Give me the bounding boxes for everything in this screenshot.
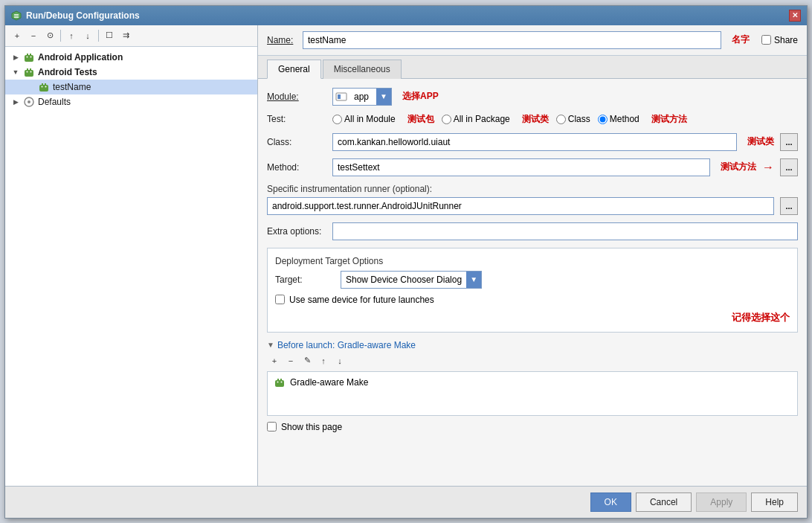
before-launch-item[interactable]: Gradle-aware Make — [271, 375, 794, 390]
method-input[interactable] — [332, 158, 710, 176]
target-annotation: 记得选择这个 — [732, 312, 790, 323]
tree-label-testname: testName — [53, 82, 91, 92]
module-annotation: 选择APP — [402, 90, 439, 103]
expand-defaults: ▶ — [11, 97, 20, 106]
module-label: Module: — [267, 92, 326, 102]
radio-method-input[interactable] — [598, 115, 608, 124]
add-button[interactable]: + — [10, 28, 25, 43]
svg-rect-10 — [30, 68, 31, 71]
show-page-checkbox[interactable] — [267, 422, 277, 431]
before-remove-button[interactable]: − — [283, 353, 298, 368]
svg-rect-22 — [275, 380, 284, 387]
tree-item-android-app[interactable]: ▶ Android Application — [5, 50, 257, 65]
move-down-button[interactable]: ↓ — [80, 28, 95, 43]
tree-area: ▶ Android Application ▼ — [5, 47, 257, 486]
name-label: Name: — [267, 35, 297, 45]
android-tests-icon — [23, 66, 35, 78]
tree-label-defaults: Defaults — [38, 97, 71, 107]
defaults-icon — [23, 96, 35, 108]
module-combo[interactable]: app ▼ — [332, 88, 392, 106]
target-value: Show Device Chooser Dialog — [341, 273, 466, 286]
tab-miscellaneous[interactable]: Miscellaneous — [323, 60, 402, 79]
show-page-label: Show this page — [281, 422, 342, 432]
before-launch-toolbar: + − ✎ ↑ ↓ — [267, 353, 798, 368]
same-device-row: Use same device for future launches — [275, 295, 790, 305]
title-bar-left: Run/Debug Configurations — [11, 10, 140, 21]
sort-button[interactable]: ⇉ — [118, 28, 133, 43]
svg-rect-15 — [45, 83, 46, 86]
test-class-annotation: 测试类 — [522, 113, 549, 126]
svg-point-26 — [281, 381, 283, 382]
close-button[interactable]: ✕ — [789, 10, 801, 22]
method-browse-button[interactable]: ... — [780, 158, 798, 176]
ok-button[interactable]: OK — [590, 492, 631, 512]
before-launch-title: Before launch: Gradle-aware Make — [277, 340, 416, 350]
test-method-annotation: 测试方法 — [651, 113, 687, 126]
svg-point-12 — [30, 71, 32, 72]
radio-all-module[interactable]: All in Module — [332, 114, 396, 124]
target-dropdown-arrow[interactable]: ▼ — [466, 272, 481, 288]
radio-method-label: Method — [610, 114, 639, 124]
runner-browse-button[interactable]: ... — [780, 197, 798, 215]
class-browse-button[interactable]: ... — [780, 133, 798, 151]
svg-marker-0 — [12, 11, 21, 20]
apply-button[interactable]: Apply — [696, 492, 747, 512]
method-annotation: 测试方法 — [721, 161, 756, 173]
radio-class[interactable]: Class — [556, 114, 590, 124]
target-combo[interactable]: Show Device Chooser Dialog ▼ — [341, 271, 482, 289]
radio-method[interactable]: Method — [598, 114, 639, 124]
deployment-label: Deployment Target Options — [275, 256, 790, 266]
svg-point-11 — [27, 71, 28, 72]
name-input[interactable] — [303, 31, 721, 49]
extra-row: Extra options: — [267, 222, 798, 240]
runner-input[interactable] — [267, 197, 774, 215]
copy-button[interactable]: ⊙ — [42, 28, 57, 43]
tree-item-testname[interactable]: testName — [5, 80, 257, 94]
before-add-button[interactable]: + — [267, 353, 282, 368]
test-label: Test: — [267, 114, 326, 124]
extra-input[interactable] — [332, 222, 798, 240]
same-device-label: Use same device for future launches — [289, 295, 434, 305]
right-panel: Name: 名字 Share General Miscellaneous Mod… — [258, 25, 807, 486]
radio-class-label: Class — [568, 114, 590, 124]
svg-rect-3 — [25, 55, 33, 62]
tree-item-android-tests[interactable]: ▼ Android Tests — [5, 65, 257, 80]
before-launch-arrow: ▼ — [267, 341, 274, 349]
testname-icon — [38, 81, 50, 93]
module-dropdown-arrow[interactable]: ▼ — [376, 89, 391, 105]
target-row: Target: Show Device Chooser Dialog ▼ — [275, 271, 790, 289]
svg-point-16 — [42, 86, 43, 87]
before-up-button[interactable]: ↑ — [316, 353, 331, 368]
radio-class-input[interactable] — [556, 115, 566, 124]
left-toolbar: + − ⊙ ↑ ↓ ☐ ⇉ — [5, 25, 257, 47]
move-up-button[interactable]: ↑ — [64, 28, 79, 43]
svg-rect-23 — [277, 379, 279, 381]
module-icon — [335, 90, 348, 103]
remove-button[interactable]: − — [26, 28, 41, 43]
expand-android-app: ▶ — [11, 53, 20, 62]
tree-item-defaults[interactable]: ▶ Defaults — [5, 94, 257, 109]
svg-point-25 — [277, 381, 279, 382]
svg-point-19 — [28, 100, 30, 103]
svg-point-6 — [27, 56, 28, 57]
share-checkbox[interactable] — [761, 35, 771, 45]
left-panel: + − ⊙ ↑ ↓ ☐ ⇉ ▶ — [5, 25, 258, 486]
help-button[interactable]: Help — [751, 492, 798, 512]
same-device-checkbox[interactable] — [275, 295, 285, 304]
module-value: app — [349, 90, 376, 103]
folder-button[interactable]: ☐ — [102, 28, 117, 43]
svg-rect-9 — [27, 68, 28, 71]
class-input[interactable] — [332, 133, 737, 151]
cancel-button[interactable]: Cancel — [636, 492, 692, 512]
before-edit-button[interactable]: ✎ — [300, 353, 315, 368]
tab-general[interactable]: General — [267, 60, 321, 79]
svg-rect-24 — [280, 379, 282, 381]
radio-all-module-input[interactable] — [332, 115, 342, 124]
svg-rect-14 — [42, 83, 43, 86]
tabs-bar: General Miscellaneous — [258, 56, 807, 79]
gradle-icon — [274, 376, 286, 388]
radio-all-package-input[interactable] — [442, 115, 451, 124]
deployment-section: Deployment Target Options Target: Show D… — [267, 248, 798, 333]
before-down-button[interactable]: ↓ — [332, 353, 347, 368]
radio-all-package[interactable]: All in Package — [442, 114, 510, 124]
